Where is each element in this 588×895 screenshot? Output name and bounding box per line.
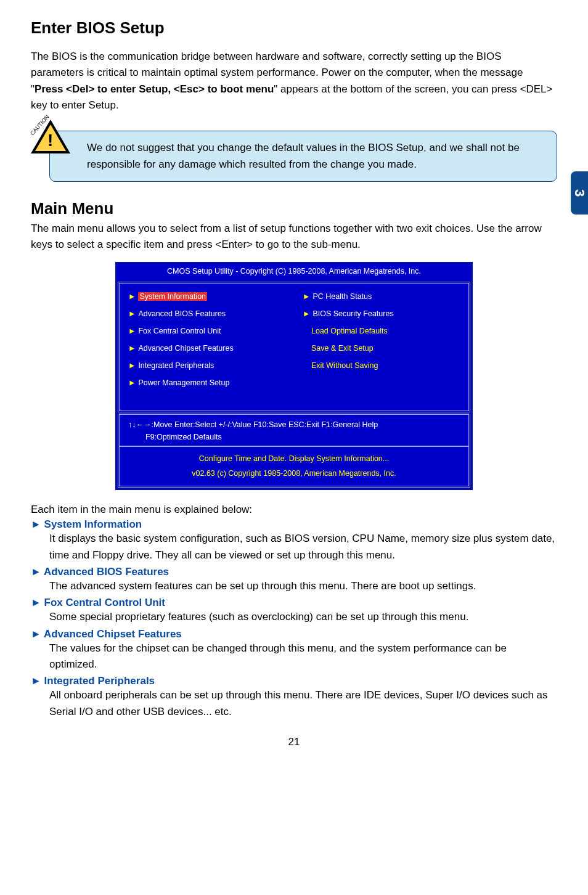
intro-text-bold: Press <Del> to enter Setup, <Esc> to boo… [35, 83, 274, 95]
description-advanced-bios: ► Advanced BIOS Features The advanced sy… [31, 566, 557, 594]
bios-screenshot: CMOS Setup Utility - Copyright (C) 1985-… [115, 262, 473, 491]
bios-item-bios-security[interactable]: ►BIOS Security Features [303, 309, 462, 318]
bios-help-line1: ↑↓←→:Move Enter:Select +/-/:Value F10:Sa… [128, 419, 460, 431]
bios-item-label: Advanced Chipset Features [138, 344, 233, 353]
description-integrated-peripherals: ► Integrated Peripherals All onboard per… [31, 675, 557, 720]
bios-item-exit-no-save[interactable]: Exit Without Saving [303, 361, 462, 370]
section-heading-main-menu: Main Menu [31, 199, 557, 218]
bios-left-column: ►System Information ►Advanced BIOS Featu… [120, 284, 294, 411]
description-body: All onboard peripherals can be set up th… [31, 687, 557, 720]
bios-title-bar: CMOS Setup Utility - Copyright (C) 1985-… [116, 263, 472, 280]
bios-item-pc-health[interactable]: ►PC Health Status [303, 292, 462, 301]
bios-item-label: PC Health Status [312, 292, 372, 301]
description-heading: ► System Information [31, 518, 557, 531]
menu-arrow-icon: ► [128, 309, 136, 318]
bios-item-advanced-bios[interactable]: ►Advanced BIOS Features [128, 309, 288, 318]
bios-footer: ↑↓←→:Move Enter:Select +/-/:Value F10:Sa… [118, 414, 470, 488]
bios-item-label: System Information [138, 292, 207, 301]
bios-item-fox-central[interactable]: ►Fox Central Control Unit [128, 327, 288, 335]
menu-arrow-icon: ► [128, 292, 136, 301]
bios-item-load-optimal[interactable]: Load Optimal Defaults [303, 327, 462, 335]
menu-arrow-icon: ► [303, 292, 310, 301]
menu-arrow-icon: ► [128, 378, 136, 387]
intro-paragraph: The BIOS is the communication bridge bet… [31, 49, 557, 113]
bios-body: ►System Information ►Advanced BIOS Featu… [118, 282, 470, 412]
bios-item-system-information[interactable]: ►System Information [128, 292, 288, 301]
description-system-information: ► System Information It displays the bas… [31, 518, 557, 563]
bios-item-label: Advanced BIOS Features [138, 309, 226, 318]
page-number: 21 [31, 736, 557, 748]
bios-right-column: ►PC Health Status ►BIOS Security Feature… [294, 284, 468, 411]
chapter-tab: 3 [571, 171, 588, 215]
description-body: Some special proprietary features (such … [31, 609, 557, 625]
description-heading: ► Fox Central Control Unit [31, 597, 557, 609]
description-heading: ► Integrated Peripherals [31, 675, 557, 687]
bios-item-label: Fox Central Control Unit [138, 327, 221, 335]
section-heading-enter-bios: Enter BIOS Setup [31, 18, 557, 38]
bios-description-bar: Configure Time and Date. Display System … [120, 446, 468, 486]
main-menu-paragraph: The main menu allows you to select from … [31, 221, 557, 253]
bios-item-label: BIOS Security Features [312, 309, 393, 318]
description-body: The values for the chipset can be change… [31, 640, 557, 673]
chapter-tab-number: 3 [571, 189, 587, 197]
description-advanced-chipset: ► Advanced Chipset Features The values f… [31, 628, 557, 673]
bios-item-power-management[interactable]: ►Power Management Setup [128, 378, 288, 387]
bios-help-bar: ↑↓←→:Move Enter:Select +/-/:Value F10:Sa… [120, 414, 468, 446]
bios-desc-line2: v02.63 (c) Copyright 1985-2008, American… [126, 467, 462, 481]
bios-desc-line1: Configure Time and Date. Display System … [126, 452, 462, 467]
bios-item-advanced-chipset[interactable]: ►Advanced Chipset Features [128, 344, 288, 353]
descriptions-intro: Each item in the main menu is explained … [31, 504, 557, 516]
caution-icon: ! CAUTION [31, 120, 70, 154]
menu-arrow-icon: ► [128, 327, 136, 335]
menu-arrow-icon: ► [128, 361, 136, 370]
description-fox-central: ► Fox Central Control Unit Some special … [31, 597, 557, 625]
caution-text: We do not suggest that you change the de… [49, 131, 557, 182]
bios-help-line2: F9:Optimized Defaults [128, 431, 460, 443]
description-body: The advanced system features can be set … [31, 578, 557, 594]
bios-item-label: Power Management Setup [138, 378, 229, 387]
menu-arrow-icon: ► [128, 344, 136, 353]
menu-arrow-icon: ► [303, 309, 310, 318]
description-heading: ► Advanced Chipset Features [31, 628, 557, 640]
caution-bang: ! [47, 131, 53, 150]
description-heading: ► Advanced BIOS Features [31, 566, 557, 578]
bios-item-label: Integrated Peripherals [138, 361, 214, 370]
bios-item-save-exit[interactable]: Save & Exit Setup [303, 344, 462, 353]
bios-item-integrated-peripherals[interactable]: ►Integrated Peripherals [128, 361, 288, 370]
description-body: It displays the basic system configurati… [31, 531, 557, 563]
caution-callout: ! CAUTION We do not suggest that you cha… [31, 131, 557, 182]
